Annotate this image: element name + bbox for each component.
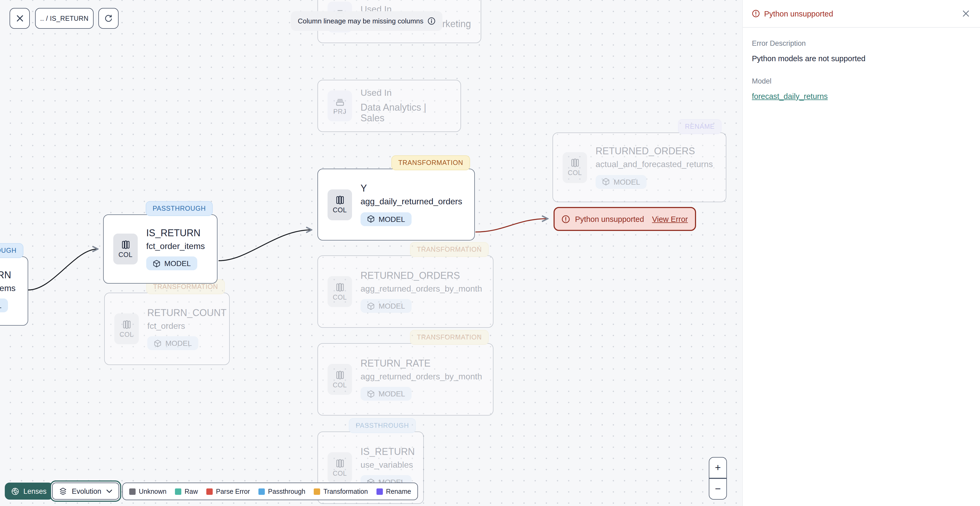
zoom-controls: + − [709,457,727,500]
node-title: RETURN_RATE [361,358,482,369]
legend-label: Unknown [139,488,166,495]
node-subtitle: agg_returned_orders_by_month [361,284,482,294]
node-agg-daily-returned-orders[interactable]: TRANSFORMATION COL Y agg_daily_returned_… [317,169,475,241]
columns-icon [335,282,345,292]
model-link[interactable]: forecast_daily_returns [752,92,828,101]
column-type-label: COL [119,331,134,338]
column-icon-box: COL [328,452,352,483]
passthrough-swatch [258,488,265,495]
lens-aperture-icon [11,487,19,495]
model-pill-label: MODEL [165,339,192,348]
panel-header: Python unsupported [743,0,980,28]
node-python-unsupported-error[interactable]: Python unsupported View Error [554,207,696,231]
column-type-label: COL [332,381,347,389]
rename-badge: RENAME [678,119,722,134]
legend-item-transformation: Transformation [314,488,368,495]
passthrough-badge: PASSTHROUGH [349,418,416,433]
panel-title: Python unsupported [752,9,833,18]
edge-left-to-isreturn [28,249,98,290]
panel-title-text: Python unsupported [764,9,833,18]
column-type-label: COL [118,251,132,258]
zoom-out-button[interactable]: − [710,479,726,500]
lens-evolution-label: Evolution [72,487,101,495]
node-title: IS_RETURN [361,446,415,457]
legend-item-rename: Rename [377,488,411,495]
close-icon [16,14,24,22]
passthrough-badge: PASSTHROUGH [146,201,213,216]
model-pill-label: MODEL [379,215,405,223]
model-pill: MODEL [361,387,412,401]
node-agg-returned-orders-by-month[interactable]: TRANSFORMATION COL RETURNED_ORDERS agg_r… [317,255,493,328]
columns-icon [335,458,345,468]
chevron-down-icon [106,489,112,493]
legend-item-passthrough: Passthrough [258,488,305,495]
node-return-count[interactable]: TRANSFORMATION COL RETURN_COUNT fct_orde… [104,293,230,365]
lens-evolution-select[interactable]: Evolution [52,483,119,500]
node-subtitle: agg_daily_returned_orders [361,197,462,207]
edge-isreturn-to-y [218,230,312,261]
column-type-label: COL [332,294,347,301]
transformation-badge: TRANSFORMATION [410,242,489,257]
node-title: IS_RETURN [0,270,16,281]
breadcrumb[interactable]: .. / IS_RETURN [35,8,94,29]
refresh-button[interactable] [99,8,119,29]
banner-text: Column lineage may be missing columns [298,17,423,25]
model-pill-label: MODEL [614,177,640,186]
lenses-label: Lenses [23,487,46,495]
column-type-label: COL [568,169,582,177]
node-fct-order-items-left[interactable]: PASSTHROUGH COL IS_RETURN fct_order_item… [0,257,28,326]
error-description-value: Python models are not supported [752,54,971,63]
columns-icon [121,319,132,330]
breadcrumb-label: .. / IS_RETURN [40,14,89,22]
cube-icon [367,215,375,223]
panel-body: Error Description Python models are not … [743,28,980,113]
lineage-app: PRJ Used In Data Analytics | Marketing P… [0,0,980,506]
cube-icon [153,259,161,267]
column-type-label: COL [332,469,347,477]
node-return-rate[interactable]: TRANSFORMATION COL RETURN_RATE agg_retur… [317,343,493,415]
project-icon-box: PRJ [328,91,352,121]
model-pill: MODEL [147,336,198,350]
view-error-link[interactable]: View Error [652,215,688,223]
lineage-legend: Unknown Raw Parse Error Passthrough Tran… [122,483,418,500]
lenses-button[interactable]: Lenses [5,483,53,500]
node-used-in-sales[interactable]: PRJ Used In Data Analytics | Sales [317,80,461,132]
panel-close-button[interactable] [959,7,972,20]
model-pill: MODEL [361,212,412,226]
columns-icon [570,158,580,168]
error-icon [752,10,760,18]
transformation-badge: TRANSFORMATION [391,155,470,170]
raw-swatch [175,488,181,495]
legend-item-parse-error: Parse Error [206,488,250,495]
node-subtitle: fct_order_items [146,241,205,251]
close-lineage-button[interactable] [10,8,30,29]
column-icon-box: COL [328,276,352,307]
error-icon [562,215,570,223]
node-title: IS_RETURN [146,228,205,239]
error-details-panel: Python unsupported Error Description Pyt… [742,0,980,506]
column-icon-box: COL [115,313,139,344]
node-title: Used In [361,88,451,98]
columns-icon [121,240,130,250]
error-node-label: Python unsupported [575,215,644,223]
error-description-label: Error Description [752,39,971,47]
zoom-in-button[interactable]: + [710,458,726,478]
node-title: RETURN_COUNT [147,308,226,318]
node-actual-and-forecasted-returns[interactable]: RENAME COL RETURNED_ORDERS actual_and_fo… [552,132,726,202]
project-type-label: PRJ [333,108,346,115]
parse-error-swatch [206,488,213,495]
close-icon [962,10,969,17]
transformation-badge: TRANSFORMATION [410,330,489,345]
cube-icon [602,178,610,186]
column-icon-box: COL [563,152,587,183]
node-fct-order-items[interactable]: PASSTHROUGH COL IS_RETURN fct_order_item… [103,214,218,284]
lineage-warning-banner: Column lineage may be missing columns [291,11,443,31]
lens-select-focus-ring: Evolution [50,480,121,502]
node-subtitle: actual_and_forecasted_returns [595,160,713,169]
node-title: RETURNED_ORDERS [361,270,482,281]
info-icon[interactable] [428,17,436,25]
unknown-swatch [129,488,135,495]
model-pill: MODEL [361,299,412,313]
lineage-canvas[interactable]: PRJ Used In Data Analytics | Marketing P… [0,0,742,506]
model-pill-label: MODEL [164,259,191,268]
